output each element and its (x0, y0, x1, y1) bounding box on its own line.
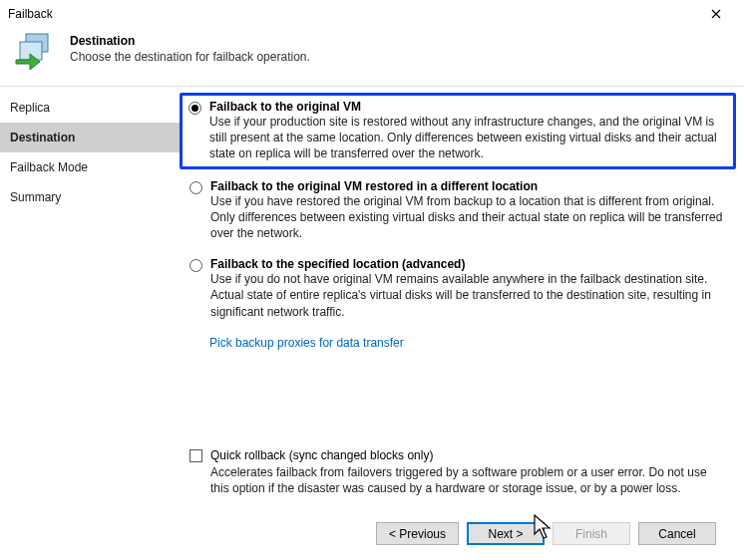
radio-icon[interactable] (189, 259, 202, 272)
option-failback-restored-different-location[interactable]: Failback to the original VM restored in … (182, 173, 734, 248)
header-title: Destination (70, 34, 310, 48)
sidebar-item-replica[interactable]: Replica (0, 93, 182, 123)
option-text: Failback to the specified location (adva… (210, 257, 726, 320)
option-desc: Use if you have restored the original VM… (210, 193, 726, 242)
option-desc: Use if your production site is restored … (209, 114, 727, 162)
radio-icon[interactable] (188, 102, 201, 115)
sidebar-item-label: Replica (10, 101, 50, 115)
header-subtitle: Choose the destination for failback oper… (70, 50, 310, 64)
proxy-link-row: Pick backup proxies for data transfer (182, 330, 734, 350)
quick-rollback-desc: Accelerates failback from failovers trig… (210, 464, 726, 496)
sidebar-item-summary[interactable]: Summary (0, 182, 182, 212)
options-group: Failback to the original VM Use if your … (182, 93, 734, 350)
next-button[interactable]: Next > (467, 522, 545, 545)
body: Replica Destination Failback Mode Summar… (0, 87, 744, 557)
sidebar-item-failback-mode[interactable]: Failback Mode (0, 152, 182, 182)
finish-button: Finish (553, 522, 630, 545)
sidebar: Replica Destination Failback Mode Summar… (0, 87, 182, 557)
option-text: Failback to the original VM Use if your … (209, 100, 727, 162)
sidebar-item-label: Summary (10, 190, 61, 204)
header: Destination Choose the destination for f… (0, 24, 744, 87)
option-failback-original-vm[interactable]: Failback to the original VM Use if your … (180, 93, 736, 169)
option-text: Failback to the original VM restored in … (210, 179, 726, 242)
destination-icon (12, 28, 60, 76)
option-desc: Use if you do not have original VM remai… (210, 271, 726, 320)
quick-rollback-row[interactable]: Quick rollback (sync changed blocks only… (189, 448, 726, 462)
header-text: Destination Choose the destination for f… (70, 28, 310, 64)
titlebar: Failback (0, 0, 744, 24)
main-panel: Failback to the original VM Use if your … (182, 87, 744, 557)
checkbox-icon[interactable] (189, 449, 202, 462)
previous-button[interactable]: < Previous (376, 522, 459, 545)
option-failback-specified-location[interactable]: Failback to the specified location (adva… (182, 251, 734, 326)
button-row: < Previous Next > Finish Cancel (189, 510, 726, 545)
quick-rollback-label: Quick rollback (sync changed blocks only… (210, 448, 433, 462)
pick-backup-proxies-link[interactable]: Pick backup proxies for data transfer (209, 336, 404, 350)
lower-panel: Quick rollback (sync changed blocks only… (182, 448, 734, 551)
cancel-button[interactable]: Cancel (638, 522, 716, 545)
window-title: Failback (8, 7, 53, 21)
close-button[interactable] (696, 4, 736, 24)
option-title: Failback to the specified location (adva… (210, 257, 726, 271)
sidebar-item-label: Destination (10, 131, 75, 144)
option-title: Failback to the original VM (209, 100, 727, 114)
option-title: Failback to the original VM restored in … (210, 179, 726, 193)
sidebar-item-label: Failback Mode (10, 160, 88, 174)
sidebar-item-destination[interactable]: Destination (0, 123, 182, 152)
close-icon (711, 9, 721, 19)
radio-icon[interactable] (189, 181, 202, 194)
